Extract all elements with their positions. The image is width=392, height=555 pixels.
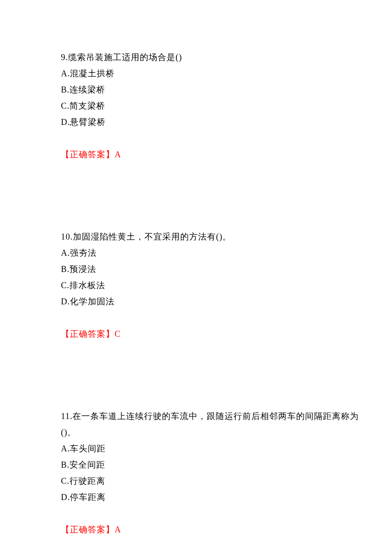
question-block-10: 10.加固湿陷性黄土，不宜采用的方法有()。 A.强夯法 B.预浸法 C.排水板… — [61, 228, 366, 342]
answer-label: 【正确答案】 — [61, 329, 115, 338]
question-number: 10. — [61, 232, 73, 241]
option-c: C.简支梁桥 — [61, 98, 366, 114]
answer-label: 【正确答案】 — [61, 150, 115, 159]
question-number: 11. — [61, 411, 72, 421]
option-b: B.安全间距 — [61, 457, 366, 473]
question-block-9: 9.缆索吊装施工适用的场合是() A.混凝土拱桥 B.连续梁桥 C.简支梁桥 D… — [61, 49, 366, 162]
question-text: 9.缆索吊装施工适用的场合是() — [61, 49, 366, 65]
question-text: 11.在一条车道上连续行驶的车流中，跟随运行前后相邻两车的间隔距离称为()。 — [61, 408, 366, 440]
option-b: B.连续梁桥 — [61, 81, 366, 98]
answer-block: 【正确答案】A — [61, 146, 366, 162]
option-d: D.化学加固法 — [61, 293, 366, 309]
answer-value: A — [115, 525, 121, 534]
question-text: 10.加固湿陷性黄土，不宜采用的方法有()。 — [61, 228, 366, 245]
option-d: D.停车距离 — [61, 489, 366, 505]
option-b: B.预浸法 — [61, 261, 366, 277]
answer-block: 【正确答案】C — [61, 326, 366, 342]
answer-block: 【正确答案】A — [61, 521, 366, 538]
answer-value: A — [115, 150, 121, 159]
answer-label: 【正确答案】 — [61, 525, 115, 534]
option-d: D.悬臂梁桥 — [61, 114, 366, 130]
option-a: A.车头间距 — [61, 440, 366, 457]
option-c: C.排水板法 — [61, 277, 366, 293]
question-number: 9. — [61, 52, 68, 62]
question-stem: 缆索吊装施工适用的场合是() — [68, 52, 182, 62]
option-c: C.行驶距离 — [61, 473, 366, 489]
question-stem: 加固湿陷性黄土，不宜采用的方法有()。 — [73, 232, 231, 241]
answer-value: C — [115, 329, 121, 338]
question-block-11: 11.在一条车道上连续行驶的车流中，跟随运行前后相邻两车的间隔距离称为()。 A… — [61, 408, 366, 538]
question-stem: 在一条车道上连续行驶的车流中，跟随运行前后相邻两车的间隔距离称为()。 — [61, 411, 359, 437]
option-a: A.混凝土拱桥 — [61, 65, 366, 81]
option-a: A.强夯法 — [61, 245, 366, 261]
